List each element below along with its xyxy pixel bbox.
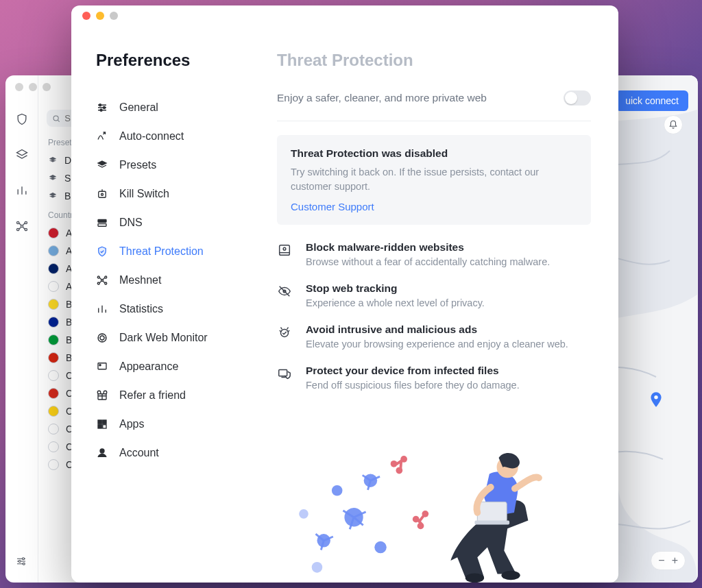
flag-icon xyxy=(48,263,59,274)
pref-title: Preferences xyxy=(96,51,251,70)
nav-item-refer[interactable]: Refer a friend xyxy=(96,381,251,410)
svg-point-5 xyxy=(53,115,58,120)
nav-label: Auto-connect xyxy=(119,130,184,143)
svg-rect-53 xyxy=(474,521,509,525)
benefit-title: Block malware-ridden websites xyxy=(306,241,550,254)
preferences-window: Preferences GeneralAuto-connectPresetsKi… xyxy=(71,5,618,583)
meshnet-icon xyxy=(96,274,108,286)
close-dot-icon[interactable] xyxy=(82,12,90,20)
benefit-row: Stop web trackingExperience a whole next… xyxy=(277,282,591,308)
nav-label: Apps xyxy=(119,418,144,430)
svg-point-13 xyxy=(100,109,102,111)
nav-item-apps[interactable]: Apps xyxy=(96,410,251,439)
search-icon xyxy=(52,114,60,123)
svg-rect-30 xyxy=(98,425,101,428)
svg-rect-17 xyxy=(98,224,106,227)
apps-icon xyxy=(96,418,108,430)
map-pin-icon[interactable] xyxy=(647,391,665,408)
presets-icon xyxy=(96,159,108,171)
flag-icon xyxy=(48,228,59,238)
layer-icon xyxy=(48,191,58,201)
svg-point-55 xyxy=(465,574,484,583)
svg-point-15 xyxy=(101,193,104,195)
flag-icon xyxy=(48,459,59,470)
shield-icon[interactable] xyxy=(15,112,29,129)
flag-icon xyxy=(48,317,59,328)
svg-point-2 xyxy=(25,221,27,223)
general-icon xyxy=(96,101,108,114)
svg-point-34 xyxy=(283,247,286,250)
notifications-button[interactable] xyxy=(664,115,683,134)
stats-icon[interactable] xyxy=(15,184,29,200)
nav-label: DNS xyxy=(119,217,143,229)
nav-item-account[interactable]: Account xyxy=(96,439,251,467)
quick-connect-button[interactable]: uick connect xyxy=(616,90,688,111)
svg-rect-14 xyxy=(99,191,106,197)
svg-point-22 xyxy=(105,282,107,284)
meshnet-icon[interactable] xyxy=(15,219,29,236)
nav-label: Refer a friend xyxy=(119,389,186,402)
layer-icon xyxy=(48,156,58,165)
svg-point-8 xyxy=(23,558,25,560)
benefit-row: Avoid intrusive and malicious adsElevate… xyxy=(277,323,591,350)
svg-rect-52 xyxy=(477,502,507,522)
svg-point-3 xyxy=(16,228,19,230)
minimize-dot-icon[interactable] xyxy=(96,12,104,20)
svg-point-23 xyxy=(98,334,106,342)
benefit-desc: Elevate your browsing experience and enj… xyxy=(306,339,568,350)
minimize-dot-icon[interactable] xyxy=(29,83,37,91)
flag-icon xyxy=(48,424,59,434)
benefit-icon xyxy=(277,243,292,258)
svg-rect-37 xyxy=(279,370,287,376)
nav-item-threat[interactable]: Threat Protection xyxy=(96,237,251,266)
flag-icon xyxy=(48,388,59,399)
nav-label: General xyxy=(119,101,158,114)
nav-item-statistics[interactable]: Statistics xyxy=(96,295,251,323)
benefit-icon xyxy=(277,325,292,340)
flag-icon xyxy=(48,334,59,345)
layers-icon[interactable] xyxy=(15,148,29,164)
alert-title: Threat Protection was disabled xyxy=(291,147,577,160)
nav-label: Account xyxy=(119,447,159,459)
benefit-icon xyxy=(277,284,292,299)
benefit-row: Protect your device from infected filesF… xyxy=(277,365,591,391)
zoom-out-button[interactable]: − xyxy=(658,554,664,567)
svg-rect-31 xyxy=(103,425,106,428)
nav-item-appearance[interactable]: Appearance xyxy=(96,352,251,381)
statistics-icon xyxy=(96,303,108,315)
svg-point-12 xyxy=(104,107,106,109)
pref-main: Threat Protection Enjoy a safer, cleaner… xyxy=(251,5,618,583)
darkweb-icon xyxy=(96,332,108,344)
disabled-alert: Threat Protection was disabled Try switc… xyxy=(277,135,591,225)
svg-rect-16 xyxy=(98,220,106,223)
close-dot-icon[interactable] xyxy=(15,83,23,91)
zoom-dot-icon[interactable] xyxy=(110,12,118,20)
benefit-desc: Fend off suspicious files before they do… xyxy=(306,380,520,391)
zoom-control[interactable]: − + xyxy=(651,551,686,570)
nav-label: Statistics xyxy=(119,303,163,315)
nav-item-darkweb[interactable]: Dark Web Monitor xyxy=(96,323,251,352)
benefit-row: Block malware-ridden websitesBrowse with… xyxy=(277,241,591,267)
autoconnect-icon xyxy=(96,130,108,143)
zoom-in-button[interactable]: + xyxy=(672,554,678,567)
nav-item-dns[interactable]: DNS xyxy=(96,208,251,237)
svg-point-54 xyxy=(501,571,520,580)
settings-button[interactable] xyxy=(15,555,27,570)
nav-item-presets[interactable]: Presets xyxy=(96,151,251,180)
nav-item-meshnet[interactable]: Meshnet xyxy=(96,266,251,295)
benefit-desc: Browse without a fear of accidentally ca… xyxy=(306,256,550,267)
threat-protection-toggle[interactable] xyxy=(564,90,591,106)
flag-icon xyxy=(48,406,59,417)
svg-point-26 xyxy=(99,365,101,366)
running-from-malware-illustration xyxy=(277,439,591,583)
svg-point-40 xyxy=(332,485,343,496)
nav-item-autoconnect[interactable]: Auto-connect xyxy=(96,122,251,151)
benefit-title: Protect your device from infected files xyxy=(306,365,520,377)
nav-label: Meshnet xyxy=(119,274,161,286)
zoom-dot-icon[interactable] xyxy=(43,83,51,91)
svg-point-1 xyxy=(16,221,19,223)
nav-item-general[interactable]: General xyxy=(96,93,251,122)
nav-item-killswitch[interactable]: Kill Switch xyxy=(96,180,251,208)
customer-support-link[interactable]: Customer Support xyxy=(291,201,577,212)
threat-protection-toggle-row: Enjoy a safer, cleaner, and more private… xyxy=(277,90,591,106)
